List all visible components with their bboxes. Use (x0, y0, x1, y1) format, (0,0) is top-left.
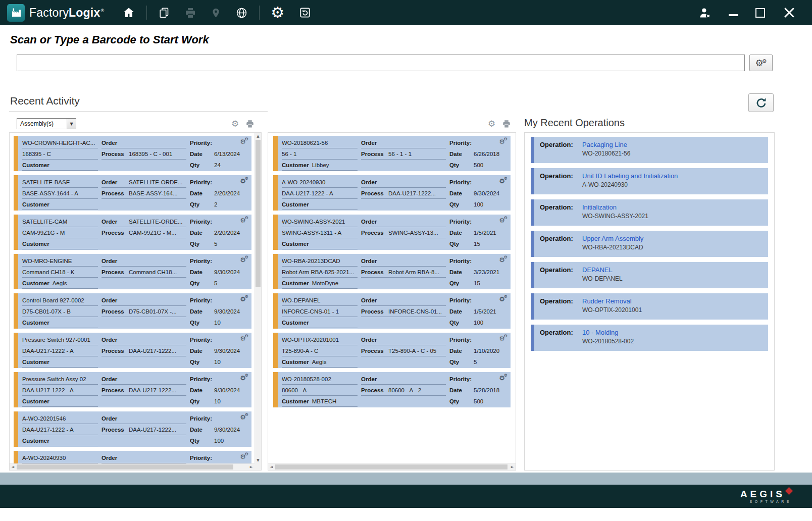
card-process-gear-icon[interactable]: ⚙⚙ (240, 413, 248, 421)
qty-label: Qty (449, 241, 474, 247)
customer-label: Customer (282, 162, 309, 168)
empty-cell (102, 199, 186, 210)
horizontal-scroll-thumb[interactable] (275, 464, 508, 470)
activity-card[interactable]: A-WO-20240930 Order Priority: DAA-U217-1… (273, 175, 511, 211)
operation-card[interactable]: Operation:Initialization WO-SWING-ASSY-2… (531, 199, 768, 226)
brand-text: FactoryLogix® (29, 6, 104, 20)
column2-gear-icon[interactable]: ⚙ (488, 120, 495, 128)
barcode-input[interactable] (17, 55, 745, 71)
empty-cell (361, 396, 446, 407)
close-button[interactable] (778, 4, 800, 22)
card-process-gear-icon[interactable]: ⚙⚙ (240, 177, 248, 185)
activity-card[interactable]: WO-RBA-20213DCAD Order Priority: Robot A… (273, 254, 511, 289)
documents-icon[interactable] (155, 5, 173, 21)
maximize-button[interactable] (751, 6, 769, 20)
vertical-scroll-thumb[interactable] (256, 140, 261, 287)
activity-card[interactable]: A-WO-20240930 Order Priority: Process Da… (14, 451, 251, 463)
card-process-gear-icon[interactable]: ⚙⚙ (499, 177, 508, 185)
operation-link[interactable]: DEPANEL (582, 266, 613, 274)
date-field: Date6/13/2024 (190, 148, 249, 160)
scroll-left-arrow[interactable]: ◄ (268, 464, 275, 470)
operation-link[interactable]: Upper Arm Assembly (582, 235, 643, 242)
work-order-name: SATELLITE-CAM (22, 216, 98, 227)
operation-card[interactable]: Operation:10 - Molding WO-20180528-002 (531, 325, 768, 351)
activity-card[interactable]: WO-20180528-002 Order Priority: 80600 - … (273, 372, 511, 407)
scroll-down-arrow[interactable]: ▼ (255, 457, 261, 463)
card-fields: WO-SWING-ASSY-2021 Order Priority: SWING… (282, 216, 509, 249)
horizontal-scrollbar[interactable]: ◄ ► (10, 463, 255, 470)
activity-card[interactable]: WO-SWING-ASSY-2021 Order Priority: SWING… (273, 215, 511, 250)
operation-link[interactable]: Initialization (582, 203, 617, 211)
qty-label: Qty (190, 201, 214, 207)
priority-stripe (273, 175, 278, 211)
activity-card[interactable]: Pressure Switch Assy 02 Order Priority: … (14, 372, 251, 407)
card-process-gear-icon[interactable]: ⚙⚙ (240, 295, 248, 303)
work-order-name: Pressure Switch 927-0001 (22, 334, 98, 345)
card-fields: WO-20180528-002 Order Priority: 80600 - … (282, 374, 509, 407)
operation-card[interactable]: Operation:Rudder Removal WO-OPTIX-202010… (531, 293, 768, 320)
activity-card[interactable]: WO-DEPANEL Order Priority: INFORCE-CNS-0… (273, 293, 511, 329)
horizontal-scrollbar[interactable]: ◄ ► (268, 463, 516, 470)
refresh-button[interactable] (748, 93, 774, 112)
printer-icon[interactable] (181, 5, 199, 21)
order-label: Order (102, 376, 129, 382)
minimize-button[interactable] (725, 7, 742, 18)
card-process-gear-icon[interactable]: ⚙⚙ (499, 137, 508, 145)
scroll-right-arrow[interactable]: ► (248, 464, 255, 470)
operation-link[interactable]: Packaging Line (582, 141, 627, 148)
operation-card[interactable]: Operation:DEPANEL WO-DEPANEL (531, 262, 768, 288)
globe-icon[interactable] (232, 5, 251, 21)
operation-card[interactable]: Operation:Upper Arm Assembly WO-RBA-2021… (531, 231, 768, 257)
operation-label: Operation: (540, 141, 582, 148)
empty-cell (102, 160, 186, 171)
activity-card[interactable]: SATELLITE-BASE OrderSATELLITE-ORDE... Pr… (14, 175, 251, 211)
card-process-gear-icon[interactable]: ⚙⚙ (240, 334, 248, 342)
empty-cell (361, 199, 446, 210)
scroll-right-arrow[interactable]: ► (509, 464, 516, 470)
activity-card[interactable]: SATELLITE-CAM OrderSATELLITE-ORDE... Pri… (14, 215, 251, 250)
card-process-gear-icon[interactable]: ⚙⚙ (499, 216, 508, 224)
operation-link[interactable]: Rudder Removal (582, 297, 632, 305)
operation-card[interactable]: Operation:Packaging Line WO-20180621-56 (531, 137, 768, 163)
date-label: Date (449, 308, 474, 315)
barcode-options-button[interactable]: ⚙⚙ (749, 55, 773, 71)
column1-printer-icon[interactable] (245, 119, 255, 128)
data-restore-icon[interactable] (295, 4, 315, 21)
activity-card[interactable]: WO-MRO-ENGINE Order Priority: Command CH… (14, 254, 251, 289)
settings-gear-icon[interactable]: ⚙ (268, 3, 287, 22)
operation-work-order: WO-OPTIX-20201001 (582, 306, 768, 314)
activity-card[interactable]: Control Board 927-0002 Order Priority: D… (14, 293, 251, 329)
card-process-gear-icon[interactable]: ⚙⚙ (499, 334, 508, 342)
home-icon[interactable] (119, 4, 138, 21)
window-background-band (0, 473, 812, 485)
customer-label: Customer (22, 280, 49, 286)
column1-gear-icon[interactable]: ⚙ (231, 120, 239, 128)
activity-card[interactable]: WO-OPTIX-20201001 Order Priority: T25-89… (273, 333, 511, 368)
column2-header-icons: ⚙ (488, 119, 511, 128)
operation-link[interactable]: 10 - Molding (582, 329, 619, 336)
card-process-gear-icon[interactable]: ⚙⚙ (240, 137, 248, 145)
operation-card[interactable]: Operation:Unit ID Labeling and Initializ… (531, 168, 768, 194)
horizontal-scroll-thumb[interactable] (17, 464, 233, 470)
activity-card[interactable]: WO-20180621-56 Order Priority: 56 - 1 Pr… (273, 136, 511, 171)
activity-card[interactable]: Pressure Switch 927-0001 Order Priority:… (14, 333, 251, 368)
card-process-gear-icon[interactable]: ⚙⚙ (240, 374, 248, 382)
scroll-left-arrow[interactable]: ◄ (10, 464, 16, 470)
assembly-revision: BASE-ASSY-1644 - A (22, 188, 98, 199)
activity-card[interactable]: A-WO-20201546 Order Priority: DAA-U217-1… (14, 411, 251, 447)
card-process-gear-icon[interactable]: ⚙⚙ (240, 216, 248, 224)
operation-link[interactable]: Unit ID Labeling and Initialization (582, 172, 678, 180)
card-process-gear-icon[interactable]: ⚙⚙ (240, 255, 248, 264)
card-process-gear-icon[interactable]: ⚙⚙ (240, 452, 248, 460)
vertical-scrollbar[interactable]: ▲ ▼ (255, 133, 261, 463)
activity-card[interactable]: WO-CROWN-HEIGHT-AC... Order Priority: 16… (14, 136, 251, 171)
scroll-up-arrow[interactable]: ▲ (255, 133, 261, 139)
qty-field: Qty100 (449, 317, 509, 328)
column2-printer-icon[interactable] (502, 119, 511, 128)
card-process-gear-icon[interactable]: ⚙⚙ (499, 295, 508, 303)
card-process-gear-icon[interactable]: ⚙⚙ (499, 255, 508, 264)
card-process-gear-icon[interactable]: ⚙⚙ (499, 374, 508, 382)
location-pin-icon[interactable] (208, 6, 224, 20)
activity-filter-dropdown[interactable]: Assembly(s) ▼ (17, 118, 76, 129)
sign-out-icon[interactable] (694, 4, 716, 22)
